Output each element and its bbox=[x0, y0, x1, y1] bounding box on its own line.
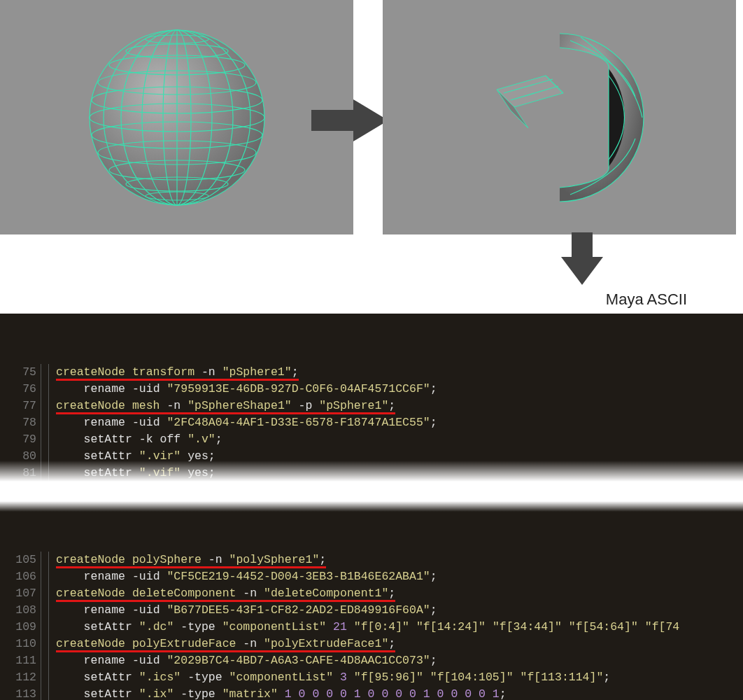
svg-marker-23 bbox=[561, 232, 603, 234]
svg-marker-18 bbox=[311, 99, 388, 141]
modified-sphere-icon bbox=[469, 27, 651, 209]
sphere-wireframe-icon bbox=[86, 27, 268, 209]
viewport-after bbox=[383, 0, 736, 234]
arrow-right-icon bbox=[311, 99, 388, 141]
arrow-down-icon bbox=[561, 232, 603, 234]
viewport-before bbox=[0, 0, 353, 234]
diagram-section bbox=[0, 0, 743, 234]
